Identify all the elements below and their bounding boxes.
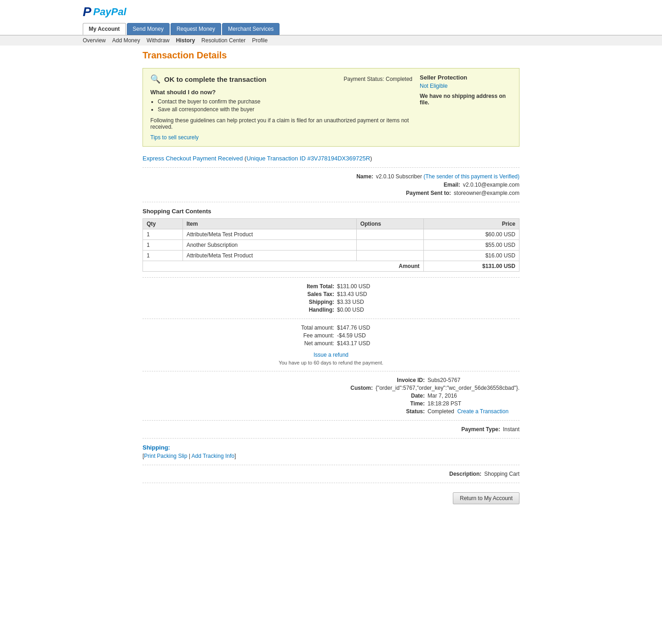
ok-bullet-2: Save all correspondence with the buyer [158, 106, 412, 113]
time-value: 18:18:28 PST [428, 400, 519, 407]
page-title: Transaction Details [143, 50, 519, 61]
email-row: Email: v2.0.10@example.com [143, 182, 519, 188]
ok-box-right: Seller Protection Not Eligible We have n… [420, 74, 512, 141]
secondary-nav: Overview Add Money Withdraw History Reso… [0, 35, 662, 46]
verified-link[interactable]: (The sender of this payment is Verified) [423, 173, 519, 180]
big-totals-section: Total amount: $147.76 USD Fee amount: -$… [143, 325, 519, 347]
time-row: Time: 18:18:28 PST [143, 400, 519, 407]
fee-amount-value: -$4.59 USD [337, 332, 383, 339]
name-text: v2.0.10 Subscriber [376, 173, 422, 180]
cart-row-3: 1 Attribute/Meta Test Product $16.00 USD [143, 251, 519, 261]
divider-5 [143, 371, 519, 371]
item-total-label: Item Total: [279, 283, 334, 290]
cart-amount-row: Amount $131.00 USD [143, 261, 519, 272]
name-value: v2.0.10 Subscriber (The sender of this p… [376, 173, 519, 180]
ok-title-text: OK to complete the transaction [164, 75, 267, 83]
custom-label: Custom: [313, 385, 373, 391]
primary-nav: My Account Send Money Request Money Merc… [83, 23, 662, 35]
sales-tax-label: Sales Tax: [279, 291, 334, 297]
payment-status-label: Payment Status: [344, 76, 384, 82]
ok-header: 🔍 OK to complete the transaction Payment… [150, 74, 412, 84]
cart-options-3 [356, 251, 423, 261]
net-amount-label: Net amount: [279, 340, 334, 347]
cart-price-1: $60.00 USD [423, 229, 519, 240]
ok-title: 🔍 OK to complete the transaction [150, 74, 267, 84]
nav-profile[interactable]: Profile [252, 37, 268, 44]
shipping-title: Shipping: [143, 444, 519, 451]
payment-status-value: Completed [386, 76, 412, 82]
nav-add-money[interactable]: Add Money [112, 37, 140, 44]
totals-section: Item Total: $131.00 USD Sales Tax: $13.4… [143, 283, 519, 313]
cart-item-2: Another Subscription [183, 240, 356, 251]
col-price: Price [423, 219, 519, 229]
divider-7 [143, 438, 519, 439]
transaction-id-link[interactable]: Unique Transaction ID #3VJ78194DX369725R [246, 155, 370, 162]
divider-2 [143, 202, 519, 202]
description-row: Description: Shopping Cart [143, 471, 519, 477]
date-label: Date: [365, 393, 425, 399]
invoice-section: Invoice ID: Subs20-5767 Custom: {"order_… [143, 377, 519, 415]
date-value: Mar 7, 2016 [428, 393, 519, 399]
invoice-id-row: Invoice ID: Subs20-5767 [143, 377, 519, 383]
express-checkout-label: Express Checkout Payment Received [143, 155, 243, 162]
header: P PayPal My Account Send Money Request M… [0, 0, 662, 35]
email-label: Email: [400, 182, 460, 188]
main-content: Transaction Details 🔍 OK to complete the… [133, 46, 529, 513]
ok-box-left: 🔍 OK to complete the transaction Payment… [150, 74, 412, 141]
return-button[interactable]: Return to My Account [453, 492, 519, 504]
add-tracking-info-link[interactable]: Add Tracking Info [192, 453, 234, 459]
ok-bullets: Contact the buyer to confirm the purchas… [158, 98, 412, 113]
date-row: Date: Mar 7, 2016 [143, 393, 519, 399]
nav-tab-request-money[interactable]: Request Money [171, 23, 221, 35]
print-packing-slip-link[interactable]: Print Packing Slip [144, 453, 187, 459]
time-label: Time: [365, 400, 425, 407]
status-label: Status: [365, 408, 425, 415]
issue-refund-link[interactable]: Issue a refund [314, 352, 348, 358]
nav-overview[interactable]: Overview [83, 37, 106, 44]
nav-history[interactable]: History [176, 37, 195, 44]
status-text: Completed [428, 408, 454, 415]
description-value: Shopping Cart [484, 471, 519, 477]
amount-value: $131.00 USD [423, 261, 519, 272]
create-transaction-link[interactable]: Create a Transaction [457, 408, 508, 415]
nav-tab-send-money[interactable]: Send Money [127, 23, 170, 35]
invoice-id-label: Invoice ID: [365, 377, 425, 383]
cart-row-2: 1 Another Subscription $55.00 USD [143, 240, 519, 251]
status-row: Status: Completed Create a Transaction [143, 408, 519, 415]
divider-3 [143, 277, 519, 278]
not-eligible-link[interactable]: Not Eligible [420, 83, 512, 89]
nav-withdraw[interactable]: Withdraw [147, 37, 170, 44]
col-item: Item [183, 219, 356, 229]
divider-4 [143, 319, 519, 319]
refund-link-row: Issue a refund [143, 351, 519, 358]
nav-tab-merchant-services[interactable]: Merchant Services [222, 23, 280, 35]
handling-row: Handling: $0.00 USD [143, 307, 519, 313]
shipping-label: Shipping: [279, 299, 334, 305]
tips-link[interactable]: Tips to sell securely [150, 134, 199, 141]
item-total-value: $131.00 USD [337, 283, 383, 290]
refund-note: You have up to 60 days to refund the pay… [143, 360, 519, 365]
nav-tab-my-account[interactable]: My Account [83, 23, 126, 35]
divider-8 [143, 465, 519, 465]
total-amount-value: $147.76 USD [337, 325, 383, 331]
cart-table: Qty Item Options Price 1 Attribute/Meta … [143, 218, 519, 272]
payment-status: Payment Status: Completed [344, 76, 412, 82]
divider-1 [143, 167, 519, 168]
ok-box: 🔍 OK to complete the transaction Payment… [143, 68, 519, 147]
custom-row: Custom: {"order_id":5767,"order_key":"wc… [143, 385, 519, 391]
handling-value: $0.00 USD [337, 307, 383, 313]
handling-label: Handling: [279, 307, 334, 313]
logo: P PayPal [83, 5, 662, 19]
ok-note: Following these guidelines can help prot… [150, 117, 412, 130]
shipping-section: Shipping: [Print Packing Slip | Add Trac… [143, 444, 519, 459]
cart-options-1 [356, 229, 423, 240]
nav-resolution-center[interactable]: Resolution Center [201, 37, 245, 44]
cart-item-1: Attribute/Meta Test Product [183, 229, 356, 240]
total-amount-row: Total amount: $147.76 USD [143, 325, 519, 331]
email-value: v2.0.10@example.com [463, 182, 519, 188]
col-qty: Qty [143, 219, 183, 229]
return-section: Return to My Account [143, 492, 519, 504]
fee-amount-label: Fee amount: [279, 332, 334, 339]
cart-options-2 [356, 240, 423, 251]
cart-item-3: Attribute/Meta Test Product [183, 251, 356, 261]
